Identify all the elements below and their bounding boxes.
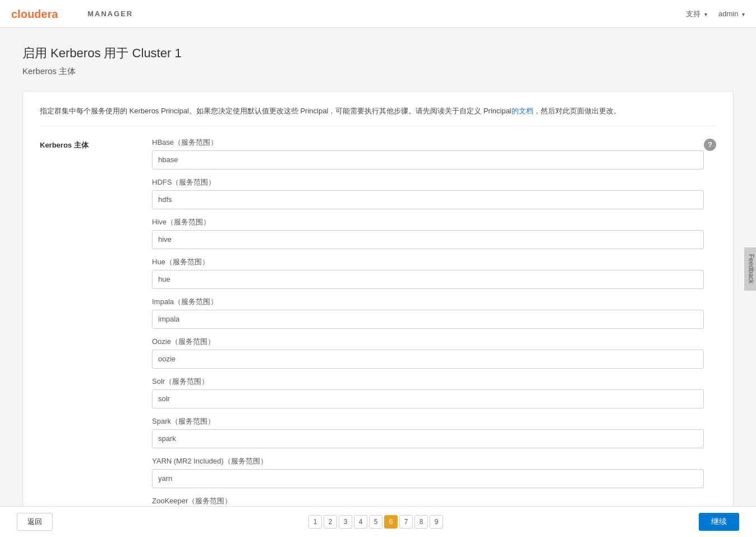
page-btn-6[interactable]: 6 <box>384 515 398 529</box>
footer: 返回 123456789 继续 <box>0 506 756 537</box>
field-group-3: Hue（服务范围） <box>152 257 704 289</box>
form-section: Kerberos 主体 HBase（服务范围）HDFS（服务范围）Hive（服务… <box>40 137 716 536</box>
field-input-6[interactable] <box>152 389 704 409</box>
field-label-5: Oozie（服务范围） <box>152 337 704 347</box>
field-input-7[interactable] <box>152 429 704 448</box>
header: cloudera MANAGER 支持 ▾ admin ▾ <box>0 0 756 28</box>
continue-button[interactable]: 继续 <box>699 513 739 531</box>
admin-dropdown-arrow: ▾ <box>742 11 745 17</box>
feedback-tab[interactable]: Feedback <box>745 247 756 290</box>
field-label-4: Impala（服务范围） <box>152 297 704 307</box>
field-label-7: Spark（服务范围） <box>152 416 704 426</box>
page-btn-9[interactable]: 9 <box>430 515 443 529</box>
field-group-7: Spark（服务范围） <box>152 416 704 448</box>
page-title: 启用 Kerberos 用于 Cluster 1 <box>22 45 734 62</box>
field-group-1: HDFS（服务范围） <box>152 177 704 209</box>
field-label-9: ZooKeeper（服务范围） <box>152 496 704 506</box>
cloudera-logo: cloudera <box>11 6 84 22</box>
back-button[interactable]: 返回 <box>17 513 53 531</box>
field-label-3: Hue（服务范围） <box>152 257 704 267</box>
field-label-1: HDFS（服务范围） <box>152 177 704 187</box>
field-label-0: HBase（服务范围） <box>152 137 704 148</box>
field-label-6: Solr（服务范围） <box>152 377 704 387</box>
logo: cloudera MANAGER <box>11 6 133 22</box>
field-label-8: YARN (MR2 Included)（服务范围） <box>152 456 704 466</box>
page-btn-2[interactable]: 2 <box>324 515 337 529</box>
field-group-8: YARN (MR2 Included)（服务范围） <box>152 456 704 488</box>
pagination: 123456789 <box>308 515 443 529</box>
help-icon[interactable]: ? <box>704 139 716 151</box>
card-description: 指定群集中每个服务使用的 Kerberos Principal。如果您决定使用默… <box>40 105 716 126</box>
field-group-2: Hive（服务范围） <box>152 217 704 249</box>
field-input-8[interactable] <box>152 469 704 488</box>
field-label-2: Hive（服务范围） <box>152 217 704 227</box>
form-fields-col: HBase（服务范围）HDFS（服务范围）Hive（服务范围）Hue（服务范围）… <box>152 137 716 536</box>
page-btn-1[interactable]: 1 <box>308 515 322 529</box>
manager-label: MANAGER <box>87 10 133 18</box>
header-right: 支持 ▾ admin ▾ <box>686 9 745 19</box>
field-input-1[interactable] <box>152 190 704 209</box>
section-label: Kerberos 主体 <box>40 141 89 149</box>
field-group-0: HBase（服务范围） <box>152 137 704 169</box>
page-btn-4[interactable]: 4 <box>354 515 367 529</box>
field-input-2[interactable] <box>152 230 704 249</box>
form-header-row: HBase（服务范围）HDFS（服务范围）Hive（服务范围）Hue（服务范围）… <box>152 137 716 536</box>
doc-link[interactable]: 的文档 <box>511 107 533 115</box>
field-input-3[interactable] <box>152 270 704 289</box>
field-input-4[interactable] <box>152 310 704 329</box>
page-btn-3[interactable]: 3 <box>339 515 352 529</box>
admin-link[interactable]: admin ▾ <box>718 10 745 18</box>
support-link[interactable]: 支持 ▾ <box>686 9 707 19</box>
svg-text:cloudera: cloudera <box>11 8 58 20</box>
field-input-0[interactable] <box>152 150 704 169</box>
form-label-col: Kerberos 主体 <box>40 137 152 536</box>
page-btn-8[interactable]: 8 <box>414 515 428 529</box>
fields-container: HBase（服务范围）HDFS（服务范围）Hive（服务范围）Hue（服务范围）… <box>152 137 704 536</box>
page-btn-5[interactable]: 5 <box>369 515 382 529</box>
field-input-5[interactable] <box>152 350 704 369</box>
page-content: 启用 Kerberos 用于 Cluster 1 Kerberos 主体 指定群… <box>0 28 756 537</box>
page-subtitle: Kerberos 主体 <box>22 66 734 77</box>
page-btn-7[interactable]: 7 <box>399 515 413 529</box>
support-dropdown-arrow: ▾ <box>704 11 707 17</box>
main-card: 指定群集中每个服务使用的 Kerberos Principal。如果您决定使用默… <box>22 91 734 537</box>
field-group-6: Solr（服务范围） <box>152 377 704 409</box>
field-group-5: Oozie（服务范围） <box>152 337 704 369</box>
field-group-4: Impala（服务范围） <box>152 297 704 329</box>
